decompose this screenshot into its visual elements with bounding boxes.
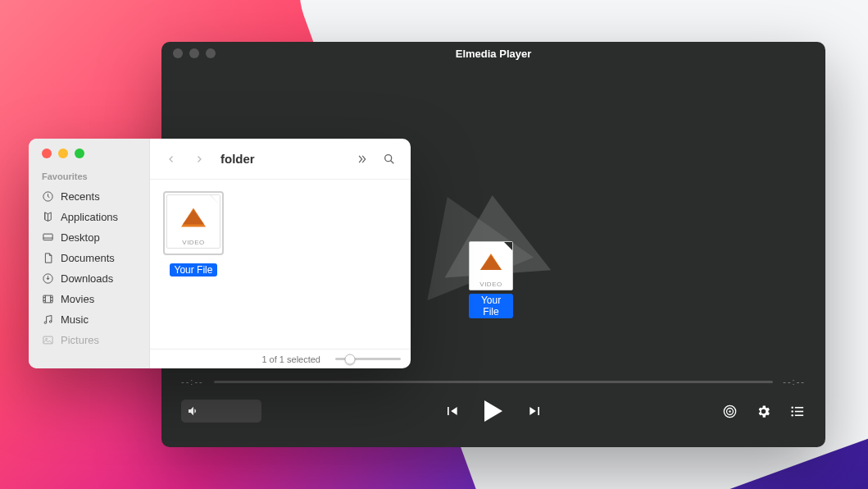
svg-rect-6 — [795, 410, 803, 412]
sidebar-item-downloads[interactable]: Downloads — [42, 268, 149, 289]
chevrons-right-icon — [355, 153, 368, 165]
search-button[interactable] — [379, 149, 399, 169]
sidebar-item-documents[interactable]: Documents — [42, 248, 149, 268]
player-titlebar[interactable]: Elmedia Player — [161, 42, 825, 65]
sidebar-item-label: Recents — [61, 190, 100, 203]
svg-point-5 — [791, 410, 793, 412]
volume-control[interactable] — [181, 400, 261, 423]
file-grid[interactable]: VIDEO Your File — [150, 180, 411, 349]
file-type-label: VIDEO — [167, 239, 220, 246]
sidebar-item-label: Pictures — [61, 334, 99, 346]
finder-sidebar: Favourites Recents Applications Desktop … — [29, 139, 150, 368]
desktop-icon — [42, 231, 54, 244]
sidebar-item-label: Applications — [61, 211, 118, 223]
window-title: Elmedia Player — [161, 48, 825, 60]
icon-size-slider[interactable] — [335, 358, 401, 360]
time-remaining: --:-- — [783, 377, 806, 386]
dragged-file: VIDEO Your File — [469, 241, 513, 318]
volume-icon — [187, 404, 200, 418]
sidebar-item-label: Movies — [61, 293, 94, 305]
svg-point-17 — [385, 154, 392, 161]
sidebar-item-label: Documents — [61, 252, 115, 264]
movies-icon — [42, 293, 54, 305]
airplay-button[interactable] — [722, 404, 738, 419]
sidebar-item-pictures[interactable]: Pictures — [42, 330, 149, 350]
music-icon — [42, 313, 54, 326]
pictures-icon — [42, 334, 54, 346]
svg-rect-10 — [43, 234, 52, 240]
more-button[interactable] — [352, 149, 371, 169]
chevron-right-icon — [194, 153, 204, 165]
finder-statusbar: 1 of 1 selected — [150, 349, 411, 368]
doc-icon — [42, 252, 54, 264]
svg-rect-4 — [795, 406, 803, 408]
previous-button[interactable] — [443, 403, 460, 419]
svg-rect-12 — [43, 295, 52, 303]
finder-window: Favourites Recents Applications Desktop … — [29, 139, 411, 368]
apps-icon — [42, 211, 54, 223]
time-elapsed: --:-- — [181, 377, 204, 386]
svg-point-3 — [791, 406, 793, 408]
svg-point-2 — [729, 410, 730, 412]
svg-rect-8 — [795, 414, 803, 416]
sidebar-item-label: Downloads — [61, 272, 113, 285]
file-item[interactable]: VIDEO Your File — [163, 191, 224, 276]
dragged-file-name: Your File — [469, 294, 513, 318]
svg-point-14 — [49, 321, 52, 323]
close-button[interactable] — [42, 149, 52, 158]
minimize-button[interactable] — [189, 48, 199, 58]
back-button[interactable] — [161, 149, 181, 169]
next-button[interactable] — [527, 403, 543, 419]
forward-button[interactable] — [189, 149, 209, 169]
sidebar-item-label: Desktop — [61, 231, 100, 244]
slider-knob[interactable] — [344, 354, 355, 364]
svg-point-13 — [44, 322, 47, 324]
svg-point-7 — [791, 414, 793, 416]
file-name: Your File — [170, 263, 218, 276]
play-button[interactable] — [484, 400, 502, 422]
favourites-header: Favourites — [42, 171, 149, 181]
clock-icon — [42, 190, 54, 203]
playlist-button[interactable] — [789, 404, 806, 419]
zoom-button[interactable] — [206, 48, 216, 58]
folder-title: folder — [220, 152, 255, 166]
file-type-label: VIDEO — [470, 281, 512, 288]
zoom-button[interactable] — [75, 149, 84, 158]
finder-toolbar: folder — [150, 139, 411, 180]
sidebar-item-recents[interactable]: Recents — [42, 186, 149, 207]
chevron-left-icon — [166, 153, 176, 165]
selection-status: 1 of 1 selected — [261, 354, 320, 364]
minimize-button[interactable] — [58, 149, 68, 158]
sidebar-item-movies[interactable]: Movies — [42, 289, 149, 309]
sidebar-item-desktop[interactable]: Desktop — [42, 227, 149, 248]
settings-button[interactable] — [756, 404, 771, 419]
seek-bar[interactable] — [214, 381, 774, 383]
search-icon — [383, 153, 396, 166]
sidebar-item-applications[interactable]: Applications — [42, 207, 149, 227]
sidebar-item-label: Music — [61, 313, 89, 326]
download-icon — [42, 272, 54, 285]
sidebar-item-music[interactable]: Music — [42, 309, 149, 330]
close-button[interactable] — [173, 48, 183, 58]
